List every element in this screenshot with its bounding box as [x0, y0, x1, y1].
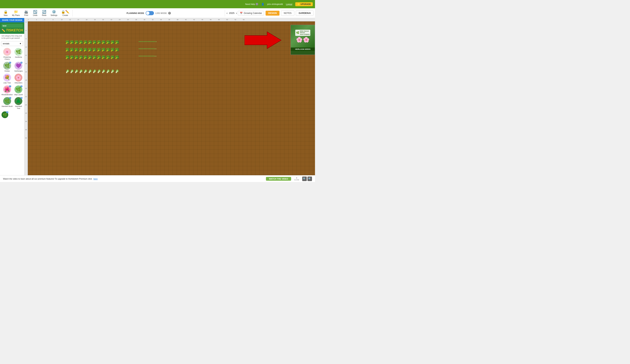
broccoli-r2-11[interactable]: 🥦	[110, 48, 115, 52]
undo-button[interactable]: ↩️ Undo	[31, 9, 39, 17]
print-button[interactable]: 🖨️ Print	[22, 9, 30, 17]
broccoli-r3-9[interactable]: 🥦	[102, 55, 106, 59]
plant-item-hydrangea[interactable]: 💜 P Hydrangea	[14, 61, 23, 72]
ruler-mark-left: 6	[26, 30, 26, 31]
broccoli-r3-11[interactable]: 🥦	[110, 55, 115, 59]
broccoli-r2-7[interactable]: 🥦	[92, 48, 96, 52]
broccoli-1[interactable]: 🥦	[66, 40, 70, 44]
plant-item-oleanders[interactable]: 🌸 Oleanders	[14, 73, 23, 84]
ad-banner[interactable]: 🌿 White Harvest Harvest Seed Company 🌸 🌸	[290, 25, 315, 55]
notes-button[interactable]: NOTES	[281, 10, 294, 16]
plant-item-skip-laurel[interactable]: 🌿 P Skip Laurel	[14, 85, 23, 96]
cabbage-9[interactable]: 🥬	[102, 69, 106, 73]
broccoli-r2-9[interactable]: 🥦	[102, 48, 106, 52]
cabbage-8[interactable]: 🥬	[97, 69, 101, 73]
notification-message: Watch the video to learn about all our p…	[3, 178, 92, 180]
live-mode-label: LIVE MODE	[156, 12, 167, 14]
plant-item-hostas[interactable]: 🌿 P Hostas	[1, 61, 13, 72]
cabbage-12[interactable]: 🥬	[115, 69, 119, 73]
broccoli-r2-8[interactable]: 🥦	[97, 48, 101, 52]
gardenai-button[interactable]: GARDENAI	[296, 10, 314, 16]
broccoli-r3-12[interactable]: 🥦	[115, 55, 119, 59]
broccoli-8[interactable]: 🥦	[97, 40, 101, 44]
zoom-out-button[interactable]: 🔍	[302, 177, 307, 181]
cabbage-6[interactable]: 🥬	[88, 69, 92, 73]
cabbage-2[interactable]: 🥬	[70, 69, 74, 73]
help-link[interactable]: Need Help ?	[245, 3, 258, 5]
broccoli-r3-3[interactable]: 🥦	[74, 55, 78, 59]
design-button[interactable]: DESIGN	[266, 11, 280, 15]
ruler-mark-top: 8	[53, 19, 54, 20]
broccoli-6[interactable]: 🥦	[88, 40, 92, 44]
broccoli-2[interactable]: 🥦	[70, 40, 74, 44]
new-button[interactable]: 🔒 New	[2, 9, 10, 17]
broccoli-r3-7[interactable]: 🥦	[92, 55, 96, 59]
broccoli-r2-10[interactable]: 🥦	[106, 48, 110, 52]
broccoli-r2-3[interactable]: 🥦	[74, 48, 78, 52]
cabbage-11[interactable]: 🥬	[110, 69, 115, 73]
broccoli-r2-5[interactable]: 🥦	[84, 48, 88, 52]
ruler-mark-left: 32	[25, 137, 27, 139]
mode-toggle-switch[interactable]	[146, 11, 154, 15]
canvas-area[interactable]: 2468101214161820222426283032343638404244…	[24, 18, 315, 175]
garden-grid[interactable]: 🥦 🥦 🥦 🥦 🥦 🥦 🥦 🥦 🥦 🥦 🥦 🥦 🥦 🥦 🥦 🥦 🥦	[28, 21, 315, 175]
broccoli-7[interactable]: 🥦	[92, 40, 96, 44]
dot-row-3	[139, 56, 156, 56]
year-next-button[interactable]: ›	[236, 11, 237, 15]
share-design-button[interactable]: SHARE YOUR DESIGN	[0, 18, 24, 22]
redo-button[interactable]: ↪️ Redo	[40, 9, 48, 17]
broccoli-r3-6[interactable]: 🥦	[88, 55, 92, 59]
broccoli-r3-1[interactable]: 🥦	[66, 55, 70, 59]
upgrade-button[interactable]: ⭐ UPGRADE	[295, 2, 313, 6]
cabbage-1[interactable]: 🥬	[66, 69, 70, 73]
category-dropdown[interactable]: ennials ▼	[1, 41, 23, 46]
zoom-in-button[interactable]: 🔍	[308, 177, 312, 181]
hostas-premium-badge: P	[9, 62, 11, 63]
broccoli-r2-6[interactable]: 🥦	[88, 48, 92, 52]
close-notification-button[interactable]: ✕ CLOSE	[294, 177, 299, 181]
broccoli-r3-2[interactable]: 🥦	[70, 55, 74, 59]
broccoli-5[interactable]: 🥦	[84, 40, 88, 44]
broccoli-10[interactable]: 🥦	[106, 40, 110, 44]
cabbage-7[interactable]: 🥬	[92, 69, 96, 73]
cabbage-5[interactable]: 🥬	[84, 69, 88, 73]
year-prev-button[interactable]: ‹	[226, 11, 228, 15]
broccoli-9[interactable]: 🥦	[102, 40, 106, 44]
growing-calendar-button[interactable]: 📅 Growing Calendar	[238, 11, 264, 15]
broccoli-r3-4[interactable]: 🥦	[79, 55, 83, 59]
ruler-mark-left: 12	[25, 54, 27, 56]
broccoli-r2-2[interactable]: 🥦	[70, 48, 74, 52]
plant-item-rhododendron[interactable]: 🌺 P Rhododendron	[1, 85, 13, 96]
broccoli-r2-12[interactable]: 🥦	[115, 48, 119, 52]
broccoli-4[interactable]: 🥦	[79, 40, 83, 44]
broccoli-r3-8[interactable]: 🥦	[97, 55, 101, 59]
broccoli-r3-5[interactable]: 🥦	[84, 55, 88, 59]
broccoli-12[interactable]: 🥦	[115, 40, 119, 44]
ad-company: White Harvest	[300, 30, 310, 32]
plant-item-standard-tree[interactable]: 🌲 P Standard Tree	[14, 97, 23, 110]
notification-link[interactable]: here	[94, 178, 98, 180]
broccoli-r3-10[interactable]: 🥦	[106, 55, 110, 59]
ruler-mark-top: 44	[202, 19, 203, 20]
plant-item-standard-bush[interactable]: 🌿 P Standard Bush	[1, 97, 13, 110]
plant-item-gardenia[interactable]: 🌿 Gardenia	[14, 47, 23, 61]
plant-item-flowering-cherry[interactable]: 🌸 Flowering Cherry	[1, 47, 13, 61]
ruler-mark-top: 26	[127, 19, 129, 20]
logout-link[interactable]: Logout	[286, 3, 292, 5]
my-plans-button[interactable]: 📁 My Plans	[10, 9, 21, 17]
broccoli-r2-1[interactable]: 🥦	[66, 48, 70, 52]
cabbage-3[interactable]: 🥬	[74, 69, 78, 73]
flowering-cherry-icon: 🌸	[4, 49, 10, 54]
ruler-mark-top: 14	[78, 19, 79, 20]
cabbage-10[interactable]: 🥬	[106, 69, 110, 73]
broccoli-11[interactable]: 🥦	[110, 40, 115, 44]
create-button[interactable]: 🔒✏️ Create	[60, 9, 71, 17]
broccoli-r2-4[interactable]: 🥦	[79, 48, 83, 52]
settings-button[interactable]: ⚙️ Settings	[49, 9, 59, 17]
plant-item-lilac-tree[interactable]: 💐 Lilac Tree	[1, 73, 13, 84]
broccoli-3[interactable]: 🥦	[74, 40, 78, 44]
project-name-input[interactable]	[2, 24, 23, 28]
watch-video-button[interactable]: WATCH THE VIDEO	[266, 177, 291, 181]
ruler-mark-top: 16	[86, 19, 88, 20]
cabbage-4[interactable]: 🥬	[79, 69, 83, 73]
